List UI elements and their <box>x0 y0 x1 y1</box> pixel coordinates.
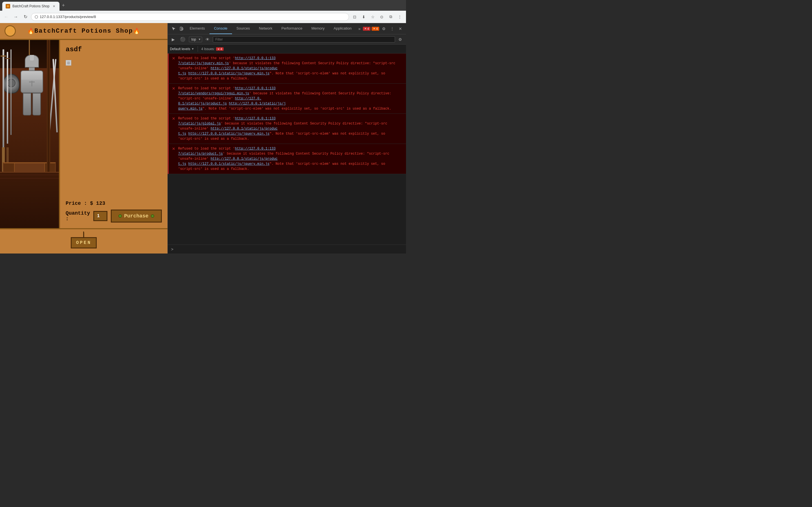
tab-network[interactable]: Network <box>254 23 277 34</box>
open-sign: OPEN <box>71 237 97 248</box>
more-button[interactable]: ⋮ <box>396 13 404 21</box>
tab-console-label: Console <box>214 26 227 31</box>
tab-elements[interactable]: Elements <box>185 23 209 34</box>
scene-post <box>47 40 50 172</box>
price-label: Price : $ 123 <box>66 201 105 206</box>
tab-title: BatchCraft Potions Shop <box>12 4 49 8</box>
scene-armor-helm <box>25 55 39 68</box>
default-levels-text: Default levels <box>170 47 190 51</box>
scene-right-weapons <box>49 59 58 172</box>
navigation-bar: ← → ↻ 127.0.0.1:1337/products/preview/8 … <box>0 11 406 23</box>
purchase-button[interactable]: Purchase <box>111 210 161 223</box>
reload-button[interactable]: ↻ <box>21 13 29 21</box>
flame-right-icon: 🔥 <box>133 27 140 34</box>
devtools-levels-bar: Default levels ▼ 4 Issues: ✕ 4 <box>168 45 406 54</box>
extensions-button[interactable]: ⧉ <box>387 13 395 21</box>
devtools-close-button[interactable]: ✕ <box>397 25 404 32</box>
console-secondary-bar: ▶ ⚫ top ▼ 👁 ⚙ <box>168 34 406 45</box>
profile-button[interactable]: ⊙ <box>378 13 386 21</box>
bookmark-button[interactable]: ☆ <box>369 13 377 21</box>
shop-title: BatchCraft Potions Shop <box>35 27 133 35</box>
purchase-button-gem-left <box>118 214 122 218</box>
download-button[interactable]: ⬇ <box>360 13 368 21</box>
console-input[interactable] <box>175 247 403 251</box>
console-error-text-2: Refused to load the script 'http://127.0… <box>178 86 403 111</box>
cast-button[interactable]: ⊡ <box>351 13 359 21</box>
devtools-settings-button[interactable]: ⚙ <box>380 25 388 32</box>
scene-armor-legs <box>18 93 46 115</box>
error-3-link-3[interactable]: http://127.0.0.1/static/js/jquery.min.js <box>188 132 269 136</box>
website-area: ↩ 🔥 BatchCraft Potions Shop 🔥 <box>0 23 167 253</box>
scene-floor <box>0 172 59 228</box>
levels-separator <box>198 46 198 52</box>
console-filter-input[interactable] <box>213 36 395 43</box>
forward-button[interactable]: → <box>12 13 20 21</box>
purchase-button-gem-right <box>151 214 154 218</box>
error-4-link-1[interactable]: http://127.0.0.1:1337/static/js/product.… <box>178 147 276 156</box>
svg-point-1 <box>35 15 38 18</box>
product-image-area: 🖼 <box>66 58 162 201</box>
devtools-dock-controls <box>168 23 185 34</box>
error-1-link-1[interactable]: http://127.0.0.1:1337/static/js/jquery.m… <box>178 56 276 65</box>
tab-sources[interactable]: Sources <box>232 23 255 34</box>
browser-content: ↩ 🔥 BatchCraft Potions Shop 🔥 <box>0 23 406 253</box>
tab-bar: BatchCraft Potions Shop ✕ + <box>0 0 406 11</box>
eye-button[interactable]: 👁 <box>204 36 211 43</box>
new-tab-button[interactable]: + <box>59 1 67 10</box>
error-icon-3: ✕ <box>172 116 175 121</box>
devtools-more-button[interactable]: ⋮ <box>389 25 396 32</box>
error-4-link-3[interactable]: http://127.0.0.1/static/js/jquery.min.js <box>188 162 269 166</box>
tab-close-button[interactable]: ✕ <box>52 4 56 8</box>
issues-text: 4 Issues: <box>201 47 215 51</box>
quantity-row: Quantity : Purchase <box>66 210 162 223</box>
console-output: ✕ Refused to load the script 'http://127… <box>168 54 406 244</box>
scene-weapon-rack <box>1 49 12 172</box>
tab-console[interactable]: Console <box>209 23 232 34</box>
devtools-toolbar: Elements Console Sources Network Perform… <box>168 23 406 34</box>
quantity-input[interactable] <box>93 211 107 221</box>
warn-count-text: 4 <box>376 27 378 31</box>
error-1-link-3[interactable]: http://127.0.0.1/static/js/jquery.min.js <box>188 71 269 75</box>
error-3-link-1[interactable]: http://127.0.0.1:1337/static/js/global.j… <box>178 117 276 126</box>
tab-favicon <box>6 4 10 8</box>
error-icon-1: ✕ <box>172 56 175 61</box>
tab-application[interactable]: Application <box>329 23 356 34</box>
back-button[interactable]: ← <box>2 13 10 21</box>
more-tabs-button[interactable]: » <box>356 25 363 32</box>
inspect-element-button[interactable] <box>170 25 177 32</box>
tab-performance[interactable]: Performance <box>277 23 307 34</box>
devtools-panel: Elements Console Sources Network Perform… <box>167 23 406 253</box>
issues-count-badge[interactable]: ✕ 4 <box>216 47 223 51</box>
flame-left-icon: 🔥 <box>28 27 35 34</box>
scene-armor-right-leg <box>33 93 41 115</box>
default-levels-arrow: ▼ <box>192 47 194 50</box>
price-row: Price : $ 123 <box>66 201 162 206</box>
shop-scene <box>0 40 59 228</box>
tab-memory[interactable]: Memory <box>307 23 329 34</box>
address-bar[interactable]: 127.0.0.1:1337/products/preview/8 <box>31 13 349 21</box>
shop-back-button[interactable]: ↩ <box>4 25 16 37</box>
console-error-4: ✕ Refused to load the script 'http://127… <box>168 144 406 174</box>
scene-armor-neck <box>29 68 35 70</box>
top-frame-select[interactable]: top <box>189 37 202 42</box>
error-icon-2: ✕ <box>172 86 175 91</box>
issues-count-text: 4 <box>220 47 222 51</box>
warn-x-icon: ✕ <box>373 27 375 30</box>
device-toolbar-button[interactable] <box>178 25 185 32</box>
console-input-row: > <box>168 244 406 253</box>
top-level-wrapper: top ▼ <box>189 37 202 42</box>
execute-button[interactable]: ▶ <box>170 36 176 43</box>
console-error-text-1: Refused to load the script 'http://127.0… <box>178 56 403 81</box>
devtools-right-actions: ✕ 4 ✕ 4 ⚙ ⋮ ✕ <box>363 25 406 32</box>
error-2-link-1[interactable]: http://127.0.0.1:1337/static/vendors/rpg… <box>178 87 276 96</box>
svg-point-0 <box>7 5 9 7</box>
open-sign-text: OPEN <box>76 240 91 245</box>
warn-count-badge[interactable]: ✕ 4 <box>371 27 379 31</box>
default-levels-dropdown[interactable]: Default levels ▼ <box>170 47 194 51</box>
active-tab[interactable]: BatchCraft Potions Shop ✕ <box>2 2 59 11</box>
devtools-tabs: Elements Console Sources Network Perform… <box>185 23 356 34</box>
console-error-text-3: Refused to load the script 'http://127.0… <box>178 116 403 142</box>
clear-console-button[interactable]: ⚫ <box>178 36 187 43</box>
console-settings-button[interactable]: ⚙ <box>397 36 404 43</box>
error-count-badge[interactable]: ✕ 4 <box>363 27 370 31</box>
